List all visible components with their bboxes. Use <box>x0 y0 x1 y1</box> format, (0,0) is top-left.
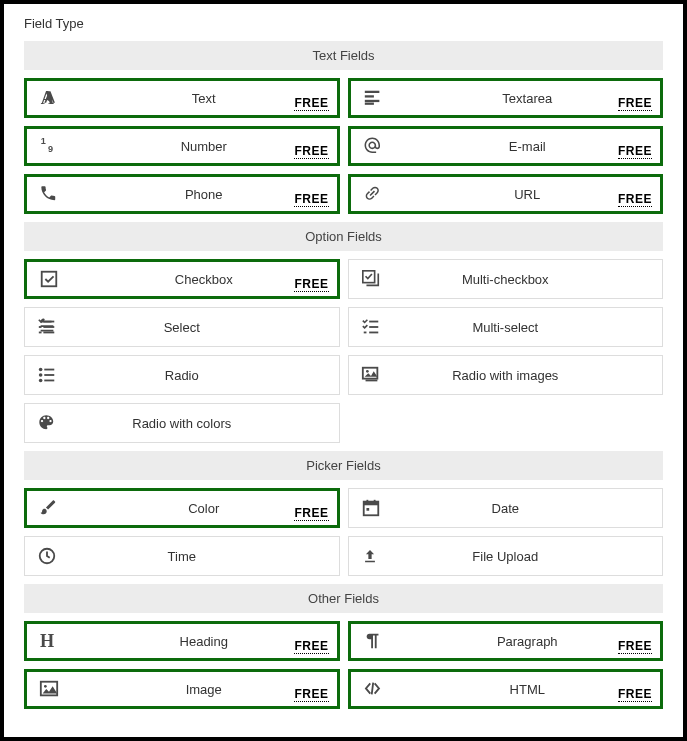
checkbox-icon <box>27 269 71 289</box>
calendar-icon <box>349 498 393 518</box>
font-icon <box>27 88 71 108</box>
field-type-color[interactable]: ColorFREE <box>24 488 340 528</box>
free-badge: FREE <box>294 192 328 207</box>
field-type-label: Select <box>69 320 339 335</box>
upload-icon <box>349 546 393 566</box>
free-badge: FREE <box>294 96 328 111</box>
field-type-file[interactable]: File Upload <box>348 536 664 576</box>
clock-icon <box>25 546 69 566</box>
field-type-paragraph[interactable]: ParagraphFREE <box>348 621 664 661</box>
field-type-textarea[interactable]: TextareaFREE <box>348 78 664 118</box>
field-type-select[interactable]: Select <box>24 307 340 347</box>
free-badge: FREE <box>618 192 652 207</box>
field-type-heading[interactable]: HeadingFREE <box>24 621 340 661</box>
section-header: Option Fields <box>24 222 663 251</box>
free-badge: FREE <box>618 144 652 159</box>
palette-icon <box>25 413 69 433</box>
image-icon <box>27 679 71 699</box>
free-badge: FREE <box>294 144 328 159</box>
field-type-label: Multi-checkbox <box>393 272 663 287</box>
field-type-radio-colors[interactable]: Radio with colors <box>24 403 340 443</box>
link-icon <box>351 184 395 204</box>
free-badge: FREE <box>618 96 652 111</box>
field-type-image[interactable]: ImageFREE <box>24 669 340 709</box>
image-radio-icon <box>349 365 393 385</box>
field-type-email[interactable]: E-mailFREE <box>348 126 664 166</box>
heading-icon <box>27 631 71 651</box>
free-badge: FREE <box>618 687 652 702</box>
field-type-html[interactable]: HTMLFREE <box>348 669 664 709</box>
field-type-number[interactable]: NumberFREE <box>24 126 340 166</box>
at-icon <box>351 136 395 156</box>
field-type-label: Radio with images <box>393 368 663 383</box>
field-type-label: Time <box>69 549 339 564</box>
field-type-date[interactable]: Date <box>348 488 664 528</box>
free-badge: FREE <box>294 506 328 521</box>
multi-select-icon <box>349 317 393 337</box>
brush-icon <box>27 498 71 518</box>
free-badge: FREE <box>294 639 328 654</box>
radio-icon <box>25 365 69 385</box>
field-type-phone[interactable]: PhoneFREE <box>24 174 340 214</box>
field-type-time[interactable]: Time <box>24 536 340 576</box>
number-icon <box>27 136 71 156</box>
free-badge: FREE <box>294 277 328 292</box>
multi-checkbox-icon <box>349 269 393 289</box>
field-type-text[interactable]: TextFREE <box>24 78 340 118</box>
free-badge: FREE <box>294 687 328 702</box>
field-type-checkbox[interactable]: CheckboxFREE <box>24 259 340 299</box>
field-type-label: Multi-select <box>393 320 663 335</box>
field-type-label: Radio with colors <box>69 416 339 431</box>
section-header: Text Fields <box>24 41 663 70</box>
field-type-radio-images[interactable]: Radio with images <box>348 355 664 395</box>
field-type-multi-checkbox[interactable]: Multi-checkbox <box>348 259 664 299</box>
page-title: Field Type <box>24 16 663 31</box>
select-icon <box>25 317 69 337</box>
free-badge: FREE <box>618 639 652 654</box>
code-icon <box>351 679 395 699</box>
align-left-icon <box>351 88 395 108</box>
section-header: Picker Fields <box>24 451 663 480</box>
section-header: Other Fields <box>24 584 663 613</box>
field-type-label: File Upload <box>393 549 663 564</box>
field-type-url[interactable]: URLFREE <box>348 174 664 214</box>
field-type-label: Date <box>393 501 663 516</box>
field-type-radio[interactable]: Radio <box>24 355 340 395</box>
field-type-multi-select[interactable]: Multi-select <box>348 307 664 347</box>
paragraph-icon <box>351 631 395 651</box>
field-type-label: Radio <box>69 368 339 383</box>
phone-icon <box>27 184 71 204</box>
